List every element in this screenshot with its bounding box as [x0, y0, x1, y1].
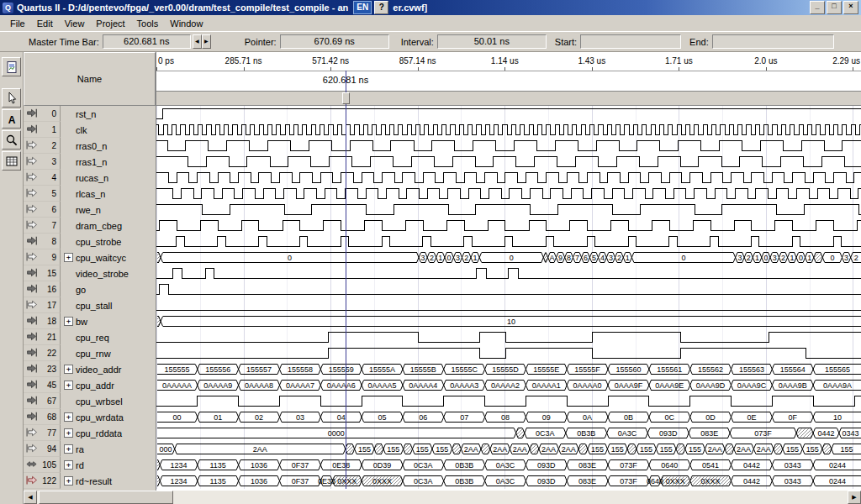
minimize-button[interactable]: _ — [810, 1, 825, 14]
waveform-bw[interactable]: 10 — [156, 313, 861, 329]
wave-row-cpu_wrdata[interactable]: 000102030405060708090A0B0C0D0E0F10 — [156, 409, 861, 425]
signal-gutter[interactable]: 1 — [24, 122, 61, 138]
signal-name-cell[interactable]: rras1_n — [61, 154, 156, 170]
waveform-panel[interactable]: 0 ps285.71 ns571.42 ns857.14 ns1.14 us1.… — [156, 52, 861, 491]
signal-gutter[interactable]: 105 — [24, 457, 61, 473]
expand-toggle-icon[interactable]: + — [64, 365, 73, 374]
waveform-go[interactable] — [156, 281, 861, 297]
signal-gutter[interactable]: 7 — [24, 218, 61, 234]
wave-row-cpu_req[interactable] — [156, 329, 861, 345]
signal-gutter[interactable]: 23 — [24, 361, 61, 377]
wave-row-rst_n[interactable] — [156, 106, 861, 122]
signal-name-cell[interactable]: dram_cbeg — [61, 218, 156, 234]
signal-gutter[interactable]: 21 — [24, 329, 61, 345]
waveform-rst_n[interactable] — [156, 106, 861, 122]
wave-row-cpu_wrbsel[interactable] — [156, 393, 861, 409]
waveform-rlcas_n[interactable] — [156, 186, 861, 202]
expand-toggle-icon[interactable]: + — [64, 444, 73, 454]
wave-row-rd~result[interactable]: 1234113510360F370E380XXX0XXX0C3A0B3B0A3C… — [156, 473, 861, 489]
signal-name-cell[interactable]: rucas_n — [61, 170, 156, 186]
waveform-rd~result[interactable]: 1234113510360F370E380XXX0XXX0C3A0B3B0A3C… — [156, 473, 861, 489]
waveform-cpu_addr[interactable]: 0AAAAA0AAAA90AAAA80AAAA70AAAA60AAAA50AAA… — [156, 377, 861, 393]
expand-toggle-icon[interactable]: + — [64, 476, 73, 486]
signal-name-cell[interactable]: rlcas_n — [61, 186, 156, 202]
signal-gutter[interactable]: 122 — [24, 473, 61, 489]
signal-gutter[interactable]: 4 — [24, 170, 61, 186]
wave-row-cpu_addr[interactable]: 0AAAAA0AAAA90AAAA80AAAA70AAAA60AAAA50AAA… — [156, 377, 861, 393]
expand-toggle-icon[interactable]: + — [64, 428, 73, 438]
waveform-rd[interactable]: 1234113510360F370E380D390C3A0B3B0A3C093D… — [156, 457, 861, 473]
waveform-rras0_n[interactable] — [156, 138, 861, 154]
waveform-cpu_wrdata[interactable]: 000102030405060708090A0B0C0D0E0F10 — [156, 409, 861, 425]
signal-gutter[interactable]: 8 — [24, 234, 61, 249]
start-field[interactable] — [580, 34, 681, 49]
wave-row-rucas_n[interactable] — [156, 170, 861, 186]
waveform-dram_cbeg[interactable] — [156, 218, 861, 234]
expand-toggle-icon[interactable]: + — [64, 460, 73, 470]
language-badge[interactable]: EN — [353, 1, 372, 14]
wave-row-cpu_rnw[interactable] — [156, 345, 861, 361]
signal-name-cell[interactable]: cpu_rnw — [61, 345, 156, 361]
selection-tool-button[interactable] — [2, 88, 21, 108]
help-icon[interactable]: ? — [374, 1, 388, 14]
report-tool-button[interactable] — [2, 57, 21, 76]
signal-name-cell[interactable]: cpu_req — [61, 329, 156, 345]
menu-item-file[interactable]: File — [4, 17, 31, 30]
signal-name-cell[interactable]: +cpu_waitcyc — [61, 249, 156, 265]
wave-row-bw[interactable]: 10 — [156, 313, 861, 329]
waveform-cpu_req[interactable] — [156, 329, 861, 345]
time-cursor-handle[interactable] — [342, 92, 350, 104]
signal-gutter[interactable]: 45 — [24, 377, 61, 393]
signal-name-cell[interactable]: video_strobe — [61, 265, 156, 281]
signal-gutter[interactable]: 2 — [24, 138, 61, 154]
waveform-cpu_rnw[interactable] — [156, 345, 861, 361]
signal-name-cell[interactable]: rst_n — [61, 106, 156, 122]
expand-toggle-icon[interactable]: + — [64, 253, 73, 262]
waveform-video_strobe[interactable] — [156, 265, 861, 281]
signal-gutter[interactable]: 77 — [24, 425, 61, 441]
signal-gutter[interactable]: 0 — [24, 106, 61, 122]
signal-name-cell[interactable]: go — [61, 281, 156, 297]
waveform-rras1_n[interactable] — [156, 154, 861, 170]
signal-name-cell[interactable]: +ra — [61, 441, 156, 457]
signal-name-cell[interactable]: +rd — [61, 457, 156, 473]
signal-name-cell[interactable]: cpu_wrbsel — [61, 393, 156, 409]
signal-gutter[interactable]: 9 — [24, 249, 61, 265]
signal-name-cell[interactable]: +rd~result — [61, 473, 156, 489]
signal-name-cell[interactable]: +cpu_addr — [61, 377, 156, 393]
master-time-field[interactable]: 620.681 ns — [103, 34, 191, 49]
signal-gutter[interactable]: 6 — [24, 202, 61, 218]
zoom-tool-button[interactable] — [2, 130, 21, 150]
wave-row-dram_cbeg[interactable] — [156, 218, 861, 234]
scroll-left-icon[interactable]: ◀ — [24, 491, 37, 504]
signal-gutter[interactable]: 5 — [24, 186, 61, 202]
menu-item-window[interactable]: Window — [164, 17, 209, 30]
wave-row-video_strobe[interactable] — [156, 265, 861, 281]
expand-toggle-icon[interactable]: + — [64, 317, 73, 326]
waveform-cpu_wrbsel[interactable] — [156, 393, 861, 409]
signal-name-cell[interactable]: +video_addr — [61, 361, 156, 377]
signal-name-cell[interactable]: +cpu_wrdata — [61, 409, 156, 425]
wave-row-rlcas_n[interactable] — [156, 186, 861, 202]
scrollbar-track[interactable] — [37, 491, 848, 504]
signal-name-cell[interactable]: +cpu_rddata — [61, 425, 156, 441]
timeline-ruler[interactable]: 0 ps285.71 ns571.42 ns857.14 ns1.14 us1.… — [156, 52, 861, 71]
waveform-clk[interactable] — [156, 122, 861, 138]
menu-item-project[interactable]: Project — [90, 17, 130, 30]
waveform-cpu_rddata[interactable]: 00000C3A0B3B0A3C093D083E073F04420343 — [156, 425, 861, 441]
signal-gutter[interactable]: 17 — [24, 297, 61, 313]
waveform-ra[interactable]: 0002AA1551551551552AA2AA2AA2AA2AA1551551… — [156, 441, 861, 457]
text-tool-button[interactable]: A — [2, 109, 21, 129]
waveform-rucas_n[interactable] — [156, 170, 861, 186]
spinner-right-icon[interactable]: ▶ — [202, 34, 211, 49]
wave-row-clk[interactable] — [156, 122, 861, 138]
signal-gutter[interactable]: 22 — [24, 345, 61, 361]
menu-item-edit[interactable]: Edit — [31, 17, 59, 30]
expand-toggle-icon[interactable]: + — [64, 381, 73, 390]
horizontal-scrollbar[interactable]: ◀ ▶ — [24, 491, 861, 504]
expand-toggle-icon[interactable]: + — [64, 412, 73, 422]
menu-item-tools[interactable]: Tools — [131, 17, 165, 30]
signal-name-cell[interactable]: rras0_n — [61, 138, 156, 154]
wave-row-cpu_rddata[interactable]: 00000C3A0B3B0A3C093D083E073F04420343 — [156, 425, 861, 441]
waveform-rwe_n[interactable] — [156, 202, 861, 218]
